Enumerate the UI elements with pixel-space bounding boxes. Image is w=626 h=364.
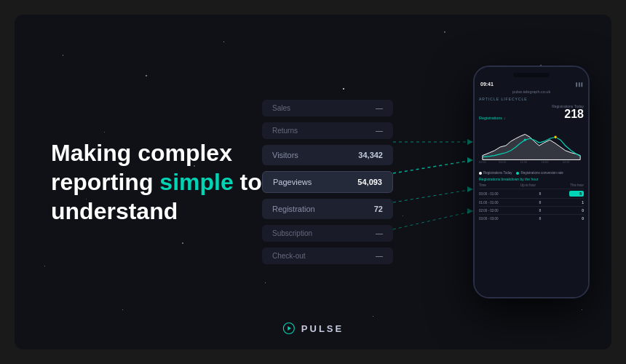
td-uptohour-4: 8: [526, 216, 541, 221]
phone-body: 09:41 ▐▐▐ pulse.telegraph.co.uk ARTICLE …: [473, 66, 590, 298]
phone-th-uptohour: Up to hour: [520, 183, 536, 187]
star-dot: [104, 132, 105, 132]
star-dot: [444, 31, 445, 33]
card-pageviews: Pageviews 54,093: [262, 171, 393, 193]
phone-section-title: ARTICLE LIFECYCLE: [479, 97, 584, 101]
svg-line-2: [393, 189, 473, 202]
star-dot: [265, 282, 266, 283]
legend-item-conversion: Registrations conversion rate: [516, 171, 563, 175]
phone-time: 09:41: [480, 82, 494, 87]
phone-table-header: Time Up to hour This hour: [479, 183, 584, 187]
td-uptohour-2: 8: [526, 200, 541, 205]
star-dot: [182, 242, 183, 244]
legend-dot-teal: [516, 172, 519, 175]
card-subscription-label: Subscription: [272, 229, 312, 237]
phone-today-value: 218: [552, 108, 584, 120]
legend-item-registrations: Registrations Today: [479, 171, 512, 175]
svg-marker-16: [288, 326, 291, 331]
star-dot: [63, 55, 64, 56]
card-sales-label: Sales: [272, 104, 290, 112]
td-time-2: 01:00 - 01:00: [479, 201, 499, 205]
table-row: 02:00 - 02:00 8 0: [479, 206, 584, 214]
td-thishour-2: 1: [569, 200, 584, 205]
card-visitors: Visitors 34,342: [262, 145, 393, 165]
card-returns-label: Returns: [272, 127, 298, 135]
star-dot: [146, 75, 147, 76]
phone-url: pulse.telegraph.co.uk: [479, 90, 584, 94]
card-visitors-label: Visitors: [272, 151, 298, 159]
main-frame: Making complex reporting simple to under…: [15, 15, 611, 349]
card-registration: Registration 72: [262, 199, 393, 219]
card-sales-value: —: [376, 104, 383, 112]
star-dot: [44, 266, 45, 266]
svg-line-1: [393, 160, 473, 173]
card-registration-value: 72: [374, 205, 383, 213]
phone-chart-legend: Registrations Today Registrations conver…: [479, 171, 584, 175]
phone-registrations-link: Registrations ↓: [479, 116, 505, 120]
td-time-4: 03:00 - 03:00: [479, 217, 499, 221]
card-subscription: Subscription —: [262, 225, 393, 242]
phone-notch: [513, 73, 550, 77]
td-time-3: 02:00 - 02:00: [479, 209, 499, 213]
svg-point-13: [554, 135, 557, 138]
headline-line1: Making complex: [51, 140, 232, 166]
svg-text:00:00: 00:00: [479, 160, 486, 164]
td-thishour-4: 0: [569, 216, 584, 221]
star-dot: [223, 41, 224, 42]
headline-line2-after: to: [240, 169, 262, 195]
phone-data-table: Time Up to hour This hour 00:00 - 01:00 …: [479, 183, 584, 222]
logo-text: PULSE: [301, 323, 344, 334]
card-checkout-value: —: [376, 252, 383, 260]
star-dot: [403, 215, 403, 216]
phone-th-time: Time: [479, 183, 486, 187]
table-row: 03:00 - 03:00 8 0: [479, 214, 584, 222]
svg-marker-7: [467, 208, 473, 214]
phone-th-thishour: This hour: [570, 183, 584, 187]
phone-table-title: Registrations breakdown by the hour: [479, 177, 584, 181]
phone-chart: 00:00 06:00 12:00 18:00 22:00: [479, 125, 584, 165]
headline-text: Making complex reporting simple to under…: [51, 138, 262, 226]
card-returns: Returns —: [262, 122, 393, 139]
phone-signal: ▐▐▐: [574, 82, 582, 87]
phone-screen: 09:41 ▐▐▐ pulse.telegraph.co.uk ARTICLE …: [475, 67, 588, 297]
card-registration-label: Registration: [272, 205, 315, 213]
phone-mockup: 09:41 ▐▐▐ pulse.telegraph.co.uk ARTICLE …: [473, 66, 590, 298]
svg-marker-5: [467, 157, 473, 163]
svg-text:06:00: 06:00: [499, 160, 506, 164]
td-time-1: 00:00 - 01:00: [479, 192, 499, 196]
svg-text:12:00: 12:00: [520, 160, 527, 164]
phone-status-bar: 09:41 ▐▐▐: [479, 82, 584, 87]
card-returns-value: —: [376, 127, 383, 135]
card-visitors-value: 34,342: [358, 151, 383, 159]
star-dot: [122, 309, 124, 311]
legend-dot-white: [479, 172, 482, 175]
card-sales: Sales —: [262, 100, 393, 116]
card-subscription-value: —: [376, 229, 383, 237]
svg-text:22:00: 22:00: [563, 160, 570, 164]
card-pageviews-label: Pageviews: [273, 178, 312, 186]
svg-marker-4: [467, 139, 473, 145]
star-dot: [373, 316, 373, 317]
legend-label-conversion: Registrations conversion rate: [520, 171, 563, 175]
svg-marker-6: [467, 186, 473, 192]
card-checkout-label: Check-out: [272, 252, 306, 260]
card-pageviews-value: 54,093: [357, 178, 382, 186]
headline-line2-before: reporting: [51, 169, 159, 195]
table-row: 00:00 - 01:00 8 5: [479, 189, 584, 198]
logo-icon: [282, 322, 296, 335]
card-checkout: Check-out —: [262, 248, 393, 264]
svg-text:18:00: 18:00: [542, 160, 549, 164]
svg-line-3: [393, 211, 473, 229]
td-thishour-3: 0: [569, 208, 584, 213]
td-uptohour-1: 8: [526, 191, 541, 196]
star-dot: [582, 309, 582, 310]
headline-section: Making complex reporting simple to under…: [51, 138, 262, 226]
headline-highlight: simple: [159, 169, 233, 195]
legend-label-registrations: Registrations Today: [483, 171, 512, 175]
dashboard-section: Sales — Returns — Visitors 34,342 Pagevi…: [262, 100, 393, 264]
svg-point-14: [524, 139, 526, 141]
table-row: 01:00 - 01:00 8 1: [479, 198, 584, 206]
logo-container: PULSE: [282, 322, 344, 335]
td-uptohour-3: 8: [526, 208, 541, 213]
td-thishour-1: 5: [569, 191, 584, 197]
